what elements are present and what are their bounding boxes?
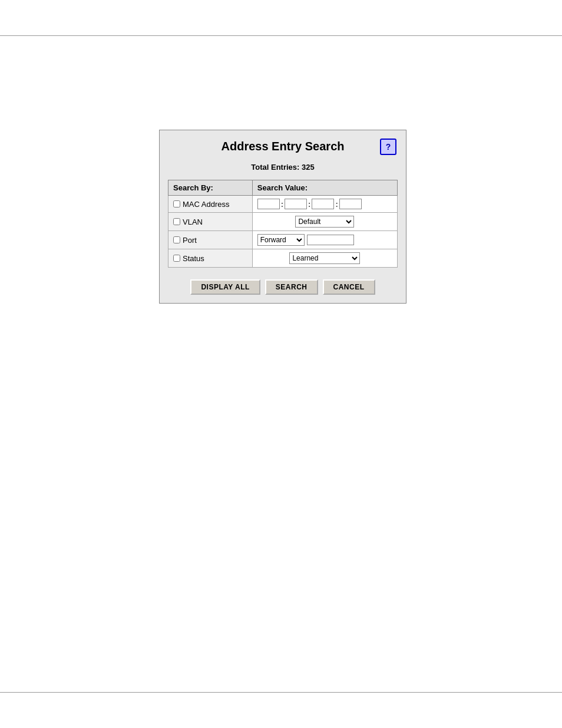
port-label-text: Port — [183, 236, 197, 245]
port-select[interactable]: Forward Back — [257, 234, 305, 246]
help-icon[interactable]: ? — [380, 139, 396, 155]
vlan-checkbox-label[interactable]: VLAN — [173, 218, 247, 226]
status-label-cell: Status — [168, 249, 253, 268]
port-label-cell: Port — [168, 231, 253, 249]
status-select[interactable]: Learned Permanent DeleteOnReset DeleteOn… — [289, 252, 360, 264]
mac-field-2[interactable] — [285, 199, 307, 209]
cancel-button[interactable]: CANCEL — [323, 279, 375, 295]
mac-fields: : : : — [257, 199, 392, 209]
status-label-text: Status — [183, 254, 204, 263]
mac-label-text: MAC Address — [183, 200, 229, 209]
port-input[interactable] — [307, 235, 354, 245]
port-checkbox[interactable] — [173, 236, 180, 243]
mac-sep-1: : — [281, 200, 283, 209]
top-rule — [0, 35, 562, 36]
vlan-wrapper: Default VLAN1 VLAN2 — [257, 216, 392, 228]
col2-header: Search Value: — [252, 180, 397, 196]
mac-row: MAC Address : : : — [168, 196, 398, 213]
mac-checkbox-label[interactable]: MAC Address — [173, 200, 247, 209]
port-checkbox-label[interactable]: Port — [173, 236, 247, 245]
display-all-button[interactable]: DISPLAY ALL — [190, 279, 260, 295]
button-row: DISPLAY ALL SEARCH CANCEL — [160, 275, 406, 303]
total-entries-value: 325 — [302, 163, 315, 172]
mac-sep-3: : — [335, 200, 338, 209]
mac-field-3[interactable] — [312, 199, 334, 209]
vlan-checkbox[interactable] — [173, 218, 180, 225]
vlan-value-cell: Default VLAN1 VLAN2 — [252, 213, 397, 231]
vlan-select[interactable]: Default VLAN1 VLAN2 — [295, 216, 354, 228]
total-entries-label: Total Entries: — [251, 163, 299, 172]
search-table: Search By: Search Value: MAC Address : — [168, 180, 398, 268]
bottom-rule — [0, 692, 562, 693]
status-wrapper: Learned Permanent DeleteOnReset DeleteOn… — [257, 252, 392, 264]
status-value-cell: Learned Permanent DeleteOnReset DeleteOn… — [252, 249, 397, 268]
mac-field-1[interactable] — [257, 199, 280, 209]
col1-header: Search By: — [168, 180, 253, 196]
mac-sep-2: : — [308, 200, 310, 209]
port-value-cell: Forward Back — [252, 231, 397, 249]
vlan-label-text: VLAN — [183, 218, 203, 226]
port-row: Port Forward Back — [168, 231, 398, 249]
mac-field-4[interactable] — [339, 199, 362, 209]
dialog-header: Address Entry Search ? — [160, 130, 406, 158]
address-entry-search-dialog: Address Entry Search ? Total Entries: 32… — [159, 130, 406, 304]
search-button[interactable]: SEARCH — [265, 279, 318, 295]
port-row-controls: Forward Back — [257, 234, 392, 246]
status-checkbox-label[interactable]: Status — [173, 254, 247, 263]
mac-checkbox[interactable] — [173, 200, 180, 207]
vlan-row: VLAN Default VLAN1 VLAN2 — [168, 213, 398, 231]
mac-label-cell: MAC Address — [168, 196, 253, 213]
status-checkbox[interactable] — [173, 255, 180, 262]
vlan-label-cell: VLAN — [168, 213, 253, 231]
dialog-title: Address Entry Search — [222, 140, 345, 153]
total-entries: Total Entries: 325 — [160, 158, 406, 180]
status-row: Status Learned Permanent DeleteOnReset D… — [168, 249, 398, 268]
mac-value-cell: : : : — [252, 196, 397, 213]
